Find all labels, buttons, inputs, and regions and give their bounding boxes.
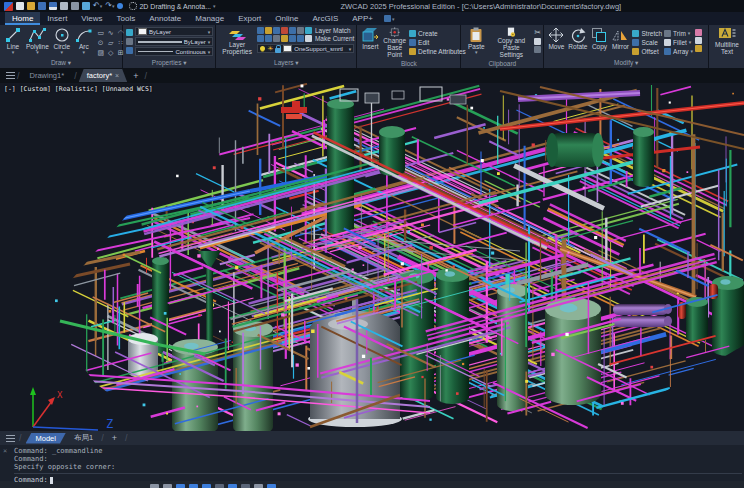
status-toggle-icon[interactable] xyxy=(202,484,211,488)
make-current-icon[interactable] xyxy=(305,35,312,42)
model-tab[interactable]: Model xyxy=(26,433,66,444)
open-file-icon[interactable] xyxy=(27,2,35,10)
undo-button[interactable]: ↶▾ xyxy=(93,2,102,10)
status-toggle-icon[interactable] xyxy=(228,484,237,488)
layer-lock-icon[interactable] xyxy=(273,27,280,34)
status-toggle-icon[interactable] xyxy=(189,484,198,488)
layer-dropdown[interactable]: ☀ OneSupport_smrtl ▾ xyxy=(257,44,354,53)
ribbon-display-options[interactable]: ▾ xyxy=(384,12,395,25)
define-attributes-button[interactable]: Define Attributes xyxy=(409,47,466,55)
explode-icon[interactable] xyxy=(695,37,702,44)
tab-views[interactable]: Views xyxy=(74,12,109,25)
paste-special-icon[interactable] xyxy=(534,46,541,53)
status-toggle-icon[interactable] xyxy=(163,484,172,488)
tab-export[interactable]: Export xyxy=(231,12,268,25)
tab-online[interactable]: Online xyxy=(268,12,305,25)
offset-button[interactable]: Offset xyxy=(632,47,662,55)
mirror-button[interactable]: Mirror xyxy=(610,27,630,58)
arc-tool[interactable]: Arc▾ xyxy=(74,27,94,58)
trim-button[interactable]: Trim▾ xyxy=(664,29,693,37)
layer-delete-icon[interactable] xyxy=(297,35,304,42)
color-dropdown[interactable]: ByLayer ▾ xyxy=(135,27,213,36)
move-button[interactable]: Move xyxy=(547,27,565,58)
lineweight-dropdown[interactable]: ByLayer ▾ xyxy=(135,37,213,46)
erase-icon[interactable] xyxy=(695,29,702,36)
status-toggle-icon[interactable] xyxy=(176,484,185,488)
donut-icon[interactable]: ⊙ xyxy=(96,38,106,48)
tab-drawing1[interactable]: Drawing1* xyxy=(22,69,73,82)
redo-button[interactable]: ↷▾ xyxy=(105,2,114,10)
status-toggle-icon[interactable] xyxy=(267,484,276,488)
layer-unlock-icon[interactable] xyxy=(281,35,288,42)
status-toggle-icon[interactable] xyxy=(254,484,263,488)
match-properties-icon[interactable] xyxy=(126,29,133,36)
linetype-dropdown[interactable]: Continuous ▾ xyxy=(135,47,213,56)
scale-button[interactable]: Scale xyxy=(632,38,662,46)
tab-home[interactable]: Home xyxy=(5,12,40,25)
modify-panel-footer[interactable]: Modify ▾ xyxy=(544,59,708,67)
polyline-tool[interactable]: Polyline▾ xyxy=(25,27,50,58)
save-icon[interactable] xyxy=(38,2,46,10)
copy-button[interactable]: Copy xyxy=(590,27,608,58)
tab-manage[interactable]: Manage xyxy=(188,12,231,25)
tab-insert[interactable]: Insert xyxy=(40,12,74,25)
layout-menu-icon[interactable] xyxy=(6,435,15,442)
copy-clip-icon[interactable] xyxy=(534,38,541,45)
create-block-button[interactable]: Create xyxy=(409,29,466,37)
status-toggle-icon[interactable] xyxy=(215,484,224,488)
tab-app[interactable]: APP+ xyxy=(345,12,380,25)
cut-icon[interactable]: ✂ xyxy=(534,29,541,37)
status-toggle-icon[interactable] xyxy=(241,484,250,488)
workspace-switcher[interactable]: 2D Drafting & Annota... ▾ xyxy=(126,2,218,10)
layer-merge-icon[interactable] xyxy=(289,35,296,42)
properties-panel-footer[interactable]: Properties ▾ xyxy=(123,59,215,67)
make-current-label[interactable]: Make Current xyxy=(315,35,354,42)
status-toggle-icon[interactable] xyxy=(150,484,159,488)
polygon-icon[interactable]: ◇ xyxy=(106,48,116,58)
command-line-panel[interactable]: × Command: _commandline Command: Specify… xyxy=(0,445,744,481)
circle-tool[interactable]: Circle▾ xyxy=(52,27,72,58)
layer-match-label[interactable]: Layer Match xyxy=(315,27,351,34)
layer-isolate-icon[interactable] xyxy=(289,27,296,34)
spline-icon[interactable]: ∿ xyxy=(106,28,116,38)
copy-icon[interactable] xyxy=(60,2,68,10)
tab-tools[interactable]: Tools xyxy=(110,12,143,25)
layer-on-icon[interactable] xyxy=(257,27,264,34)
layer-prev-icon[interactable] xyxy=(257,35,264,42)
new-tab-button[interactable]: + xyxy=(129,71,142,81)
save-as-icon[interactable] xyxy=(49,2,57,10)
hatch-icon[interactable]: ▨ xyxy=(96,48,106,58)
quick-select-icon[interactable] xyxy=(126,47,133,54)
layers-panel-footer[interactable]: Layers ▾ xyxy=(216,59,356,67)
viewport[interactable]: X Z [-] [Custom] [Realistic] [Unnamed WC… xyxy=(0,83,744,431)
layer-freeze-icon[interactable] xyxy=(265,27,272,34)
join-icon[interactable] xyxy=(695,45,702,52)
list-icon[interactable] xyxy=(126,38,133,45)
array-button[interactable]: Array▾ xyxy=(664,47,693,55)
change-base-point-button[interactable]: Change Base Point xyxy=(382,27,407,58)
line-tool[interactable]: Line▾ xyxy=(3,27,23,58)
command-input[interactable]: Command: xyxy=(14,473,742,484)
draw-panel-footer[interactable]: Draw ▾ xyxy=(0,59,122,67)
stretch-button[interactable]: Stretch xyxy=(632,29,662,37)
tab-arcgis[interactable]: ArcGIS xyxy=(305,12,345,25)
preview-icon[interactable] xyxy=(82,2,90,10)
layer-walk-icon[interactable] xyxy=(265,35,272,42)
edit-block-button[interactable]: Edit xyxy=(409,38,466,46)
new-layout-button[interactable]: + xyxy=(108,433,121,443)
rectangle-icon[interactable]: ▭ xyxy=(96,28,106,38)
rotate-button[interactable]: Rotate xyxy=(567,27,588,58)
layer-off-icon[interactable] xyxy=(281,27,288,34)
new-file-icon[interactable] xyxy=(16,2,24,10)
region-icon[interactable]: ▱ xyxy=(106,38,116,48)
copy-paste-settings-button[interactable]: Copy and Paste Settings xyxy=(490,27,532,58)
tab-close-icon[interactable]: × xyxy=(115,72,119,79)
viewport-controls[interactable]: [-] [Custom] [Realistic] [Unnamed WCS] xyxy=(4,85,153,93)
layer-thaw-icon[interactable] xyxy=(273,35,280,42)
doctabs-menu-icon[interactable] xyxy=(6,72,15,79)
fillet-button[interactable]: Fillet▾ xyxy=(664,38,693,46)
print-icon[interactable] xyxy=(71,2,79,10)
multiline-text-button[interactable]: Multiline Text xyxy=(712,27,742,58)
layer-properties-button[interactable]: Layer Properties xyxy=(219,27,255,58)
paste-button[interactable]: Paste▾ xyxy=(464,27,488,58)
